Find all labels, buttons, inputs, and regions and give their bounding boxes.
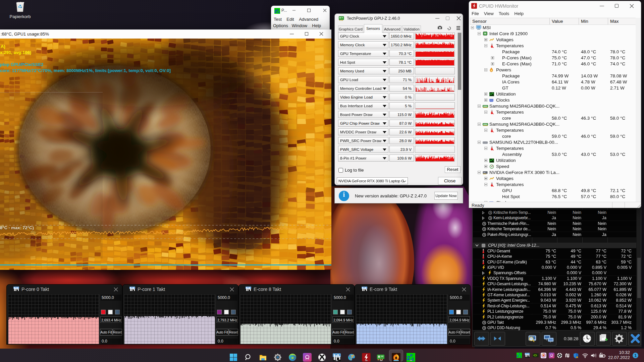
svg-text:2: 2	[407, 355, 410, 361]
svg-text:2: 2	[517, 354, 519, 357]
svg-text:-1: -1	[410, 357, 414, 362]
svg-text:-1: -1	[277, 10, 280, 14]
svg-text:-1: -1	[519, 355, 522, 358]
